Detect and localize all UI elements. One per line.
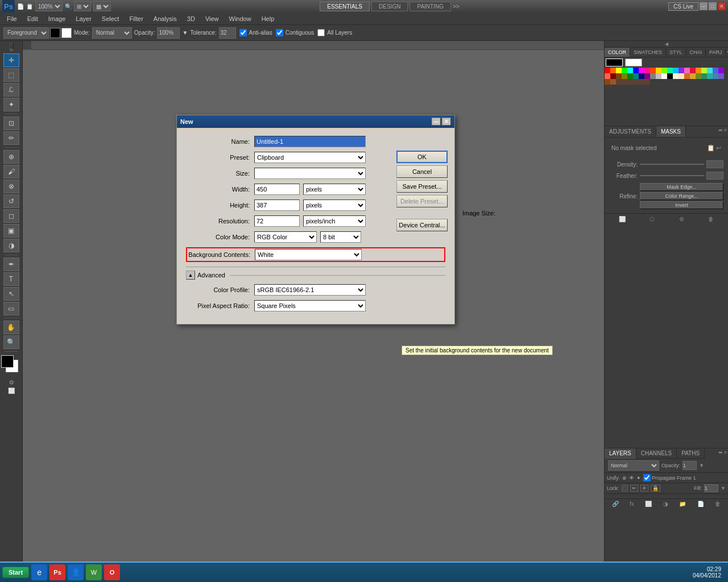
arrange-select[interactable]: ⊞ bbox=[74, 1, 91, 11]
essentials-btn[interactable]: ESSENTIALS bbox=[320, 2, 370, 11]
swatch-royal-blue[interactable] bbox=[713, 68, 718, 73]
swatch-gray[interactable] bbox=[650, 73, 656, 79]
taskbar-ps-icon[interactable]: Ps bbox=[49, 564, 65, 580]
density-track[interactable] bbox=[640, 164, 704, 165]
lock-all-icon[interactable]: 🔒 bbox=[651, 485, 660, 492]
swatch-olive[interactable] bbox=[622, 73, 627, 79]
adj-expand-icon[interactable]: ⬌ bbox=[718, 127, 723, 136]
screen-mode-btn[interactable]: ⬜ bbox=[8, 388, 15, 394]
layer-fx-icon[interactable]: fx bbox=[630, 501, 634, 507]
layer-adj-icon[interactable]: ◑ bbox=[663, 501, 668, 507]
tab-paths[interactable]: PATHS bbox=[677, 448, 705, 459]
swatch-white[interactable] bbox=[661, 73, 667, 79]
color-profile-select[interactable]: sRGB IEC61966-2.1 bbox=[254, 284, 366, 296]
swatch-beige[interactable] bbox=[673, 73, 679, 79]
unify-visibility-icon[interactable]: 👁 bbox=[629, 475, 634, 481]
swatch-goldenrod[interactable] bbox=[690, 73, 696, 79]
lock-transparency-icon[interactable]: □ bbox=[622, 485, 628, 492]
swatch-silver[interactable] bbox=[656, 73, 661, 79]
menu-3d[interactable]: 3D bbox=[183, 14, 200, 23]
size-select[interactable] bbox=[254, 168, 366, 179]
tab-character[interactable]: CHAI bbox=[686, 48, 706, 57]
swatch-steel-blue[interactable] bbox=[713, 73, 718, 79]
swatch-orange-red[interactable] bbox=[650, 68, 656, 73]
bg-contents-select[interactable]: White bbox=[255, 249, 362, 260]
tool-magic-wand[interactable]: ✦ bbox=[3, 98, 19, 111]
swatch-navy[interactable] bbox=[639, 73, 644, 79]
swatch-red[interactable] bbox=[605, 68, 610, 73]
tool-path-select[interactable]: ↖ bbox=[3, 287, 19, 301]
swatch-maroon[interactable] bbox=[610, 73, 616, 79]
menu-view[interactable]: View bbox=[201, 14, 224, 23]
mask-icon-1[interactable]: 📋 bbox=[707, 144, 715, 152]
opacity-input-layers[interactable] bbox=[682, 461, 697, 470]
tool-stamp[interactable]: ⊗ bbox=[3, 180, 19, 193]
opacity-arrow[interactable]: ▼ bbox=[182, 30, 188, 36]
tool-eyedropper[interactable]: ✏ bbox=[3, 131, 19, 145]
mask-edge-button[interactable]: Mask Edge... bbox=[640, 183, 723, 191]
density-input[interactable] bbox=[706, 160, 723, 168]
more-btn[interactable]: >> bbox=[453, 3, 460, 10]
swatch-magenta[interactable] bbox=[639, 68, 644, 73]
maximize-btn[interactable]: □ bbox=[709, 2, 717, 10]
cancel-button[interactable]: Cancel bbox=[396, 165, 448, 178]
foreground-color-box[interactable] bbox=[1, 355, 14, 368]
swatch-dark-orange[interactable] bbox=[696, 68, 701, 73]
quick-mask-btn[interactable]: ⊙ bbox=[9, 379, 14, 385]
layer-delete-icon[interactable]: 🗑 bbox=[715, 501, 721, 507]
resolution-input[interactable] bbox=[254, 215, 300, 227]
advanced-arrow[interactable]: ▲ bbox=[186, 271, 195, 280]
width-input[interactable] bbox=[254, 184, 300, 195]
swatch-green[interactable] bbox=[622, 68, 627, 73]
resolution-unit-select[interactable]: pixels/inch bbox=[303, 215, 366, 227]
contiguous-checkbox[interactable] bbox=[276, 29, 283, 36]
menu-select[interactable]: Select bbox=[97, 14, 124, 23]
tool-history-brush[interactable]: ↺ bbox=[3, 194, 19, 208]
tool-heal[interactable]: ⊕ bbox=[3, 150, 19, 164]
tool-hand[interactable]: ✋ bbox=[3, 321, 19, 334]
tolerance-input[interactable] bbox=[219, 27, 236, 39]
layout-select[interactable]: ▦ bbox=[93, 1, 111, 11]
propagate-checkbox[interactable] bbox=[643, 474, 651, 481]
unify-style-icon[interactable]: ✦ bbox=[636, 475, 641, 481]
swatch-crimson[interactable] bbox=[690, 68, 696, 73]
menu-help[interactable]: Help bbox=[257, 14, 279, 23]
layer-group-icon[interactable]: 📁 bbox=[679, 501, 686, 507]
swatch-blue[interactable] bbox=[633, 68, 639, 73]
fill-input[interactable] bbox=[704, 484, 718, 492]
mask-vector-icon[interactable]: ⬡ bbox=[650, 216, 655, 222]
swatch-brown[interactable] bbox=[616, 73, 622, 79]
tool-marquee[interactable]: ⬚ bbox=[3, 68, 19, 82]
dialog-min-btn[interactable]: — bbox=[432, 118, 441, 126]
swatch-orange[interactable] bbox=[610, 68, 616, 73]
menu-edit[interactable]: Edit bbox=[23, 14, 43, 23]
mask-settings-icon[interactable]: ⚙ bbox=[679, 216, 684, 222]
color-depth-select[interactable]: 8 bit bbox=[320, 231, 361, 243]
menu-window[interactable]: Window bbox=[225, 14, 256, 23]
swatch-bisque[interactable] bbox=[679, 73, 684, 79]
layers-menu-icon[interactable]: ≡ bbox=[724, 450, 727, 458]
swatch-cyan[interactable] bbox=[627, 68, 633, 73]
taskbar-opera-icon[interactable]: O bbox=[104, 564, 120, 580]
swatch-dark-brown[interactable] bbox=[616, 79, 650, 85]
tool-eraser[interactable]: ◻ bbox=[3, 209, 19, 223]
taskbar-user-icon[interactable]: 👤 bbox=[68, 564, 84, 580]
start-button[interactable]: Start bbox=[2, 567, 29, 578]
swatch-dark-green[interactable] bbox=[627, 73, 633, 79]
fg-color-display[interactable] bbox=[606, 59, 623, 66]
lock-position-icon[interactable]: ✛ bbox=[640, 485, 648, 492]
menu-image[interactable]: Image bbox=[44, 14, 71, 23]
device-central-button[interactable]: Device Central... bbox=[396, 219, 448, 231]
fill-arrow[interactable]: ▼ bbox=[721, 485, 726, 491]
invert-button[interactable]: Invert bbox=[640, 201, 723, 209]
all-layers-checkbox[interactable] bbox=[317, 29, 325, 36]
swatch-gold[interactable] bbox=[656, 68, 661, 73]
ok-button[interactable]: OK bbox=[396, 151, 448, 163]
zoom-select[interactable]: 100% bbox=[35, 1, 63, 11]
mask-delete-icon[interactable]: 🗑 bbox=[708, 216, 714, 222]
opacity-arrow-layers[interactable]: ▼ bbox=[699, 463, 704, 468]
tool-crop[interactable]: ⊡ bbox=[3, 117, 19, 130]
cs-live-btn[interactable]: CS Live bbox=[668, 2, 698, 11]
swatch-yellow-green[interactable] bbox=[701, 68, 707, 73]
tab-color[interactable]: COLOR bbox=[605, 48, 630, 57]
